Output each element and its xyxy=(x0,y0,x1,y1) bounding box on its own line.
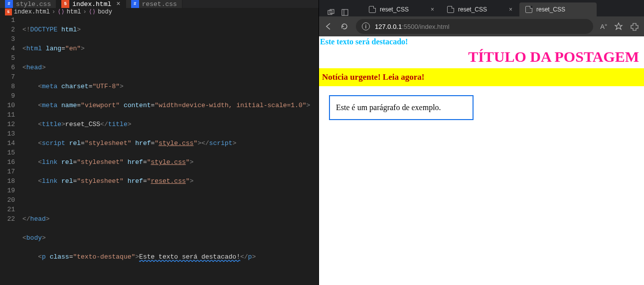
bracket-icon: ⟨⟩ xyxy=(57,8,64,15)
css-file-icon: # xyxy=(131,0,139,8)
tab-label: index.html xyxy=(72,0,111,8)
html-file-icon: 5 xyxy=(61,0,69,8)
tab-style-css[interactable]: # style.css xyxy=(0,0,56,8)
browser-tab[interactable]: reset_CSS × xyxy=(441,2,518,16)
editor-pane: # style.css 5 index.html × # reset.css 5… xyxy=(0,0,319,285)
meu-paragrafo: Este é um parágrafo de exemplo. xyxy=(329,95,474,120)
document-icon xyxy=(369,6,376,13)
code-editor[interactable]: 12345678910111213141516171819202122 <!DO… xyxy=(0,15,319,285)
tab-index-html[interactable]: 5 index.html × xyxy=(56,0,126,8)
document-icon xyxy=(525,6,532,13)
breadcrumb[interactable]: 5 index.html › ⟨⟩ html › ⟨⟩ body xyxy=(0,8,319,15)
browser-pane: reset_CSS × reset_CSS × reset_CSS i 127.… xyxy=(319,0,644,285)
css-file-icon: # xyxy=(5,0,13,8)
document-icon xyxy=(447,6,454,13)
texto-destaque: Este texto será destacado! xyxy=(319,36,644,47)
titulo-blog: TÍTULO DA POSTAGEM xyxy=(319,47,644,68)
svg-rect-2 xyxy=(342,9,348,15)
browser-toolbar: i 127.0.0.1:5500/index.html A» xyxy=(319,16,644,36)
browser-tab-active[interactable]: reset_CSS xyxy=(519,2,597,16)
breadcrumb-file: index.html xyxy=(14,8,50,15)
urgente-banner: Notícia urgente! Leia agora! xyxy=(319,68,644,86)
tab-label: reset_CSS xyxy=(380,6,409,13)
vertical-tabs-icon[interactable] xyxy=(341,8,349,16)
extensions-icon[interactable] xyxy=(630,22,639,31)
tab-actions xyxy=(323,8,363,16)
browser-viewport: Este texto será destacado! TÍTULO DA POS… xyxy=(319,36,644,285)
tab-label: reset_CSS xyxy=(536,6,565,13)
url-path: /index.html xyxy=(418,23,450,30)
toolbar-icons: A» xyxy=(600,22,639,31)
tab-label: reset_CSS xyxy=(458,6,487,13)
breadcrumb-node: body xyxy=(98,8,112,15)
close-icon[interactable]: × xyxy=(509,6,512,13)
read-aloud-icon[interactable]: A» xyxy=(600,22,607,30)
tab-actions-icon[interactable] xyxy=(327,8,335,16)
editor-tabs: # style.css 5 index.html × # reset.css xyxy=(0,0,319,8)
browser-tabs: reset_CSS × reset_CSS × reset_CSS xyxy=(319,0,644,16)
chevron-right-icon: › xyxy=(52,8,55,15)
bracket-icon: ⟨⟩ xyxy=(89,8,96,15)
code-content[interactable]: <!DOCTYPE html> <html lang="en"> <head> … xyxy=(22,15,319,285)
favorite-icon[interactable] xyxy=(614,22,623,31)
chevron-right-icon: › xyxy=(83,8,86,15)
line-gutter: 12345678910111213141516171819202122 xyxy=(0,15,22,285)
tab-label: reset.css xyxy=(142,0,177,8)
tab-reset-css[interactable]: # reset.css xyxy=(126,0,182,8)
url-port: :5500 xyxy=(402,23,418,30)
close-icon[interactable]: × xyxy=(431,6,434,13)
url-host: 127.0.0.1 xyxy=(375,23,402,30)
tab-label: style.css xyxy=(16,0,51,8)
close-icon[interactable]: × xyxy=(116,0,120,8)
browser-tab[interactable]: reset_CSS × xyxy=(363,2,440,16)
back-icon[interactable] xyxy=(324,22,333,31)
breadcrumb-node: html xyxy=(67,8,81,15)
address-bar[interactable]: i 127.0.0.1:5500/index.html xyxy=(356,19,593,34)
refresh-icon[interactable] xyxy=(340,22,349,31)
info-icon[interactable]: i xyxy=(362,22,370,30)
html-file-icon: 5 xyxy=(5,8,12,15)
